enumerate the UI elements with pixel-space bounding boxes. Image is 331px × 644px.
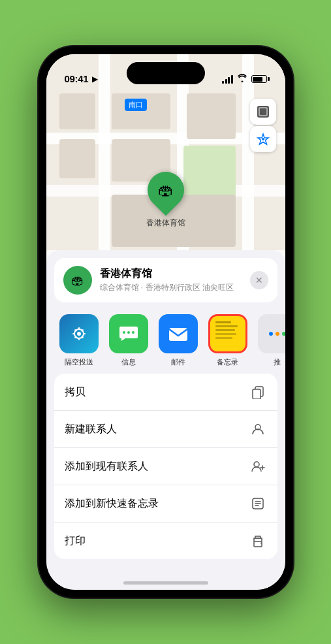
share-actions-row: 隔空投送 信息	[46, 308, 285, 374]
location-name: 香港体育馆	[100, 267, 242, 281]
note-icon	[249, 494, 267, 513]
person-add-icon	[249, 457, 267, 475]
share-action-mail[interactable]: 邮件	[153, 314, 203, 367]
svg-point-6	[123, 331, 125, 334]
copy-icon	[249, 383, 267, 401]
notes-label: 备忘录	[217, 357, 238, 367]
svg-point-7	[127, 331, 130, 334]
action-copy-label: 拷贝	[65, 385, 86, 399]
mail-label: 邮件	[171, 357, 185, 367]
close-button[interactable]: ✕	[250, 271, 268, 289]
map-controls	[250, 99, 276, 152]
svg-rect-9	[169, 328, 187, 341]
airdrop-label: 隔空投送	[65, 357, 93, 367]
svg-rect-11	[253, 389, 260, 399]
phone-screen: 09:41 ▶	[46, 54, 285, 590]
notes-icon	[208, 314, 247, 353]
signal-bars-icon	[222, 75, 233, 84]
wifi-icon	[237, 74, 247, 84]
map-layer-button[interactable]	[250, 99, 276, 125]
svg-point-17	[260, 543, 262, 544]
home-indicator	[123, 581, 208, 585]
battery-icon	[251, 75, 267, 83]
messages-icon	[109, 314, 148, 353]
action-item-quick-note[interactable]: 添加到新快速备忘录	[54, 485, 277, 523]
share-action-messages[interactable]: 信息	[104, 314, 153, 367]
location-card: 🏟 香港体育馆 综合体育馆 · 香港特别行政区 油尖旺区 ✕	[54, 258, 277, 302]
svg-rect-15	[254, 541, 262, 547]
status-time: 09:41	[65, 73, 89, 84]
share-action-more[interactable]: 推	[253, 314, 285, 367]
location-arrow-icon: ▶	[92, 74, 98, 84]
share-action-airdrop[interactable]: 隔空投送	[54, 314, 104, 367]
svg-point-3	[262, 138, 264, 140]
phone-frame: 09:41 ▶	[39, 46, 293, 598]
stadium-marker: 🏟 香港体育馆	[146, 172, 185, 229]
action-print-label: 打印	[65, 534, 86, 548]
status-icons	[222, 74, 267, 84]
location-subtitle: 综合体育馆 · 香港特别行政区 油尖旺区	[100, 282, 242, 293]
action-item-new-contact[interactable]: 新建联系人	[54, 411, 277, 448]
svg-point-5	[77, 332, 81, 336]
location-button[interactable]	[250, 126, 276, 152]
stadium-name-label: 香港体育馆	[146, 217, 185, 229]
airdrop-icon	[59, 314, 99, 353]
action-item-print[interactable]: 打印	[54, 523, 277, 559]
location-info: 香港体育馆 综合体育馆 · 香港特别行政区 油尖旺区	[100, 267, 242, 293]
svg-point-13	[254, 462, 259, 467]
dynamic-island	[127, 62, 205, 84]
svg-point-8	[132, 331, 134, 334]
action-item-add-contact[interactable]: 添加到现有联系人	[54, 448, 277, 485]
more-label: 推	[274, 357, 281, 367]
more-icon	[258, 314, 285, 353]
map-location-label: 南口	[125, 99, 147, 111]
action-list: 拷贝 新建联系人	[54, 374, 277, 559]
share-action-notes[interactable]: 备忘录	[203, 314, 253, 367]
svg-rect-16	[255, 536, 260, 538]
bottom-sheet: 🏟 香港体育馆 综合体育馆 · 香港特别行政区 油尖旺区 ✕	[46, 250, 285, 590]
messages-label: 信息	[121, 357, 136, 367]
action-item-copy[interactable]: 拷贝	[54, 374, 277, 411]
location-card-icon: 🏟	[63, 266, 92, 295]
svg-rect-2	[260, 108, 266, 115]
print-icon	[249, 532, 267, 550]
action-add-contact-label: 添加到现有联系人	[65, 460, 148, 474]
person-icon	[249, 420, 267, 438]
mail-icon	[159, 314, 198, 353]
action-quick-note-label: 添加到新快速备忘录	[65, 497, 159, 511]
action-new-contact-label: 新建联系人	[65, 423, 117, 436]
